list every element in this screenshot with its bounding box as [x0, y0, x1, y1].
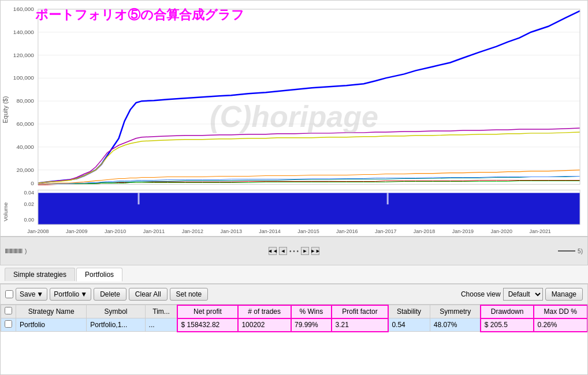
- cell-symmetry: 48.07%: [430, 318, 481, 332]
- table-row: Portfolio Portfolio,1... ... $ 158432.82…: [1, 318, 587, 332]
- legend-area: ) 5) ◄◄ ◄ • • • ► ►►: [0, 237, 588, 265]
- svg-text:Jan-2020: Jan-2020: [491, 228, 512, 234]
- svg-rect-27: [387, 193, 389, 204]
- svg-text:160,000: 160,000: [13, 6, 34, 12]
- toolbar: Save ▼ Portfolio ▼ Delete Clear All Set …: [0, 284, 588, 305]
- delete-button[interactable]: Delete: [94, 288, 126, 301]
- svg-text:20,000: 20,000: [16, 167, 34, 173]
- manage-button[interactable]: Manage: [545, 288, 583, 301]
- portfolio-button[interactable]: Portfolio ▼: [50, 288, 91, 301]
- main-container: ポートフォリオ⑤の合算合成グラフ (C)horipage 160,000 140…: [0, 0, 588, 375]
- svg-text:Jan-2014: Jan-2014: [259, 228, 280, 234]
- svg-text:Equity ($): Equity ($): [2, 96, 9, 123]
- svg-text:Jan-2011: Jan-2011: [143, 228, 165, 234]
- svg-text:Jan-2019: Jan-2019: [452, 228, 474, 234]
- tab-portfolios[interactable]: Portfolios: [76, 268, 122, 282]
- cell-stability: 0.54: [388, 318, 430, 332]
- save-button[interactable]: Save ▼: [16, 288, 47, 301]
- svg-text:0: 0: [31, 180, 34, 186]
- row-checkbox[interactable]: [5, 320, 12, 328]
- cell-time: ...: [145, 318, 177, 332]
- arrow-prev[interactable]: ◄: [279, 247, 287, 255]
- svg-text:100,000: 100,000: [13, 74, 34, 81]
- svg-text:Jan-2013: Jan-2013: [221, 228, 242, 234]
- svg-text:Jan-2010: Jan-2010: [105, 228, 126, 234]
- header-net-profit: Net profit: [177, 305, 238, 318]
- cell-strategy-name: Portfolio: [16, 318, 87, 332]
- svg-text:Jan-2008: Jan-2008: [27, 228, 49, 234]
- arrow-first[interactable]: ◄◄: [269, 247, 277, 255]
- header-checkbox-input[interactable]: [5, 307, 12, 314]
- clear-all-button[interactable]: Clear All: [129, 288, 168, 301]
- cell-profit-factor: 3.21: [332, 318, 388, 332]
- table-header-row: Strategy Name Symbol Tim... Net profit #…: [1, 305, 587, 318]
- svg-text:Volume: Volume: [2, 202, 9, 222]
- legend-label-1: ): [25, 248, 27, 254]
- svg-text:Jan-2009: Jan-2009: [66, 228, 87, 234]
- cell-net-profit: $ 158432.82: [177, 318, 238, 332]
- chart-title: ポートフォリオ⑤の合算合成グラフ: [35, 6, 244, 24]
- cell-drawdown: $ 205.5: [481, 318, 534, 332]
- header-profit-factor: Profit factor: [332, 305, 388, 318]
- cell-trades: 100202: [238, 318, 291, 332]
- header-drawdown: Drawdown: [481, 305, 534, 318]
- watermark: (C)horipage: [210, 99, 378, 134]
- cell-max-dd: 0.26%: [534, 318, 587, 332]
- cell-wins: 79.99%: [291, 318, 332, 332]
- header-time: Tim...: [145, 305, 177, 318]
- cell-symbol: Portfolio,1...: [87, 318, 145, 332]
- svg-rect-25: [38, 193, 580, 224]
- view-select[interactable]: Default: [503, 288, 543, 301]
- set-note-button[interactable]: Set note: [170, 288, 209, 301]
- arrow-last[interactable]: ►►: [311, 247, 319, 255]
- svg-text:Jan-2015: Jan-2015: [297, 228, 319, 234]
- svg-text:140,000: 140,000: [13, 29, 34, 35]
- chart-area: ポートフォリオ⑤の合算合成グラフ (C)horipage 160,000 140…: [0, 0, 588, 237]
- arrow-next[interactable]: ►: [301, 247, 309, 255]
- row-checkbox-cell: [1, 318, 16, 332]
- svg-text:Jan-2012: Jan-2012: [182, 228, 203, 234]
- toolbar-checkbox[interactable]: [5, 290, 13, 298]
- svg-text:60,000: 60,000: [16, 121, 34, 127]
- svg-text:0.02: 0.02: [24, 201, 34, 207]
- svg-text:0.00: 0.00: [24, 217, 34, 223]
- svg-text:0.04: 0.04: [24, 190, 34, 196]
- svg-text:120,000: 120,000: [13, 52, 34, 58]
- tab-simple-strategies[interactable]: Simple strategies: [5, 268, 75, 281]
- header-checkbox: [1, 305, 16, 318]
- header-max-dd: Max DD %: [534, 305, 587, 318]
- svg-text:Jan-2018: Jan-2018: [414, 228, 435, 234]
- legend-label-2: 5): [578, 248, 583, 254]
- legend-navigation: ◄◄ ◄ • • • ► ►►: [269, 247, 319, 255]
- tab-bar: Simple strategies Portfolios: [0, 265, 588, 284]
- header-trades: # of trades: [238, 305, 291, 318]
- header-symbol: Symbol: [87, 305, 145, 318]
- table-container: Strategy Name Symbol Tim... Net profit #…: [0, 305, 588, 375]
- header-stability: Stability: [388, 305, 430, 318]
- header-symmetry: Symmetry: [430, 305, 481, 318]
- svg-text:80,000: 80,000: [16, 97, 34, 104]
- portfolio-dropdown-arrow: ▼: [80, 290, 87, 298]
- header-wins: % Wins: [291, 305, 332, 318]
- svg-text:40,000: 40,000: [16, 144, 34, 150]
- choose-view-label: Choose view: [461, 290, 501, 298]
- arrow-dots: • • •: [289, 248, 299, 254]
- results-table: Strategy Name Symbol Tim... Net profit #…: [1, 305, 587, 332]
- svg-text:Jan-2017: Jan-2017: [375, 228, 396, 234]
- svg-text:Jan-2021: Jan-2021: [529, 228, 550, 234]
- svg-text:Jan-2016: Jan-2016: [336, 228, 358, 234]
- header-strategy-name: Strategy Name: [16, 305, 87, 318]
- svg-rect-26: [138, 193, 140, 204]
- save-dropdown-arrow: ▼: [36, 290, 43, 298]
